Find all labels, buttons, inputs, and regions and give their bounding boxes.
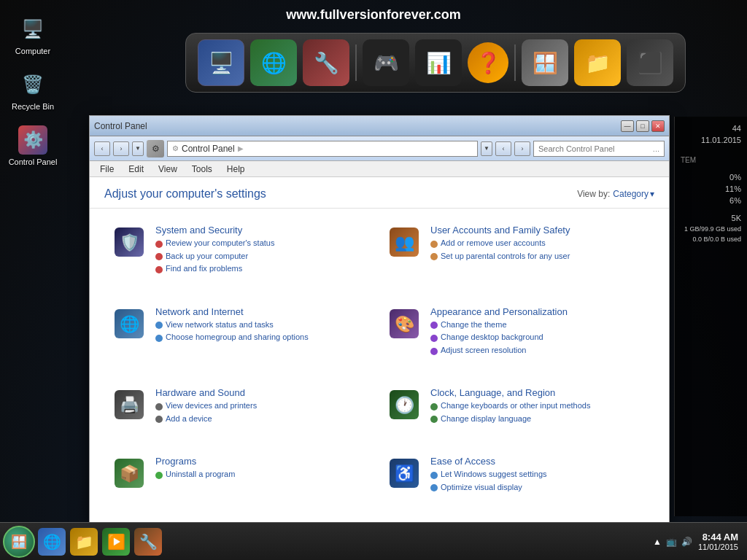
hardware-sound-links: View devices and printersAdd a device bbox=[155, 400, 372, 425]
category-programs[interactable]: 📦ProgramsUninstall a program bbox=[104, 447, 379, 516]
settings-header: Adjust your computer's settings View by:… bbox=[90, 177, 669, 209]
network-internet-bullet-icon bbox=[155, 335, 163, 342]
menu-edit[interactable]: Edit bbox=[123, 163, 150, 176]
hardware-sound-icon: 🖨️ bbox=[112, 387, 147, 422]
maximize-button[interactable]: □ bbox=[636, 120, 649, 132]
dock-dark[interactable]: ⬛ bbox=[627, 39, 673, 86]
category-ease-of-access[interactable]: ♿Ease of AccessLet Windows suggest setti… bbox=[379, 447, 654, 516]
network-internet-link[interactable]: View network status and tasks bbox=[155, 319, 372, 332]
control-panel-label: Control Panel bbox=[9, 158, 58, 166]
desktop-icon-control-panel[interactable]: ⚙️ Control Panel bbox=[7, 125, 58, 166]
clock-language-link[interactable]: Change keyboards or other input methods bbox=[430, 400, 647, 413]
clock[interactable]: 8:44 AM 11/01/2015 bbox=[698, 532, 738, 551]
forward-button[interactable]: › bbox=[113, 141, 129, 156]
svg-text:🕐: 🕐 bbox=[395, 395, 415, 415]
taskbar-tools-icon[interactable]: 🔧 bbox=[134, 528, 162, 556]
appearance-link[interactable]: Change the theme bbox=[430, 319, 647, 332]
appearance-link[interactable]: Change desktop background bbox=[430, 331, 647, 344]
ease-of-access-link[interactable]: Optimize visual display bbox=[430, 481, 647, 494]
category-network-internet[interactable]: 🌐Network and InternetView network status… bbox=[104, 298, 379, 379]
desktop-icon-recycle-bin[interactable]: 🗑️ Recycle Bin bbox=[7, 70, 58, 111]
nav-prev-btn[interactable]: ‹ bbox=[495, 141, 511, 156]
dock-monitor[interactable]: 🖥️ bbox=[198, 39, 244, 86]
user-accounts-link[interactable]: Add or remove user accounts bbox=[430, 237, 647, 250]
taskbar-media-icon[interactable]: ▶️ bbox=[102, 528, 130, 556]
network-internet-link[interactable]: Choose homegroup and sharing options bbox=[155, 331, 372, 344]
desktop-icon-computer[interactable]: 🖥️ Computer bbox=[7, 15, 58, 55]
dock-tools[interactable]: 🔧 bbox=[303, 39, 349, 86]
hardware-sound-link-text: View devices and printers bbox=[166, 400, 257, 413]
ease-of-access-bullet-icon bbox=[430, 484, 438, 491]
hardware-sound-title[interactable]: Hardware and Sound bbox=[155, 387, 372, 398]
programs-bullet-icon bbox=[155, 472, 163, 479]
address-bar[interactable]: ⚙ Control Panel ▶ bbox=[167, 141, 478, 157]
rp-net: 0.0 B/0.0 B used bbox=[681, 236, 741, 243]
clock-language-title[interactable]: Clock, Language, and Region bbox=[430, 387, 647, 398]
search-bar[interactable]: ... bbox=[533, 141, 665, 157]
system-security-link[interactable]: Find and fix problems bbox=[155, 262, 372, 276]
search-btn[interactable]: ... bbox=[653, 144, 659, 153]
taskbar-folder-icon[interactable]: 📁 bbox=[70, 528, 98, 556]
system-security-link-text: Find and fix problems bbox=[166, 262, 242, 276]
nav-next-btn[interactable]: › bbox=[514, 141, 530, 156]
back-button[interactable]: ‹ bbox=[94, 141, 110, 156]
dock-folder[interactable]: 📁 bbox=[574, 39, 621, 86]
category-hardware-sound[interactable]: 🖨️Hardware and SoundView devices and pri… bbox=[104, 378, 379, 447]
hardware-sound-link[interactable]: Add a device bbox=[155, 413, 372, 426]
user-accounts-link[interactable]: Set up parental controls for any user bbox=[430, 250, 647, 263]
category-system-security[interactable]: 🛡️System and SecurityReview your compute… bbox=[104, 216, 379, 298]
ease-of-access-link[interactable]: Let Windows suggest settings bbox=[430, 468, 647, 481]
settings-title: Adjust your computer's settings bbox=[104, 187, 266, 201]
network-internet-title[interactable]: Network and Internet bbox=[155, 306, 372, 317]
menu-file[interactable]: File bbox=[94, 163, 120, 176]
close-button[interactable]: ✕ bbox=[651, 120, 665, 132]
appearance-title[interactable]: Appearance and Personalization bbox=[430, 306, 647, 317]
address-arrow-icon: ▶ bbox=[238, 144, 244, 152]
nav-dropdown-button[interactable]: ▼ bbox=[132, 141, 144, 156]
start-button[interactable]: 🪟 bbox=[3, 526, 35, 558]
hardware-sound-link[interactable]: View devices and printers bbox=[155, 400, 372, 413]
dock-pie[interactable]: 📊 bbox=[415, 39, 462, 86]
search-input[interactable] bbox=[538, 144, 650, 153]
category-appearance[interactable]: 🎨Appearance and PersonalizationChange th… bbox=[379, 298, 654, 379]
taskbar: 🪟 🌐 📁 ▶️ 🔧 ▲ 📺 🔊 8:44 AM 11/01/2015 bbox=[0, 522, 747, 560]
dock-windows[interactable]: 🪟 bbox=[522, 39, 568, 86]
system-security-link[interactable]: Review your computer's status bbox=[155, 237, 372, 250]
address-text: Control Panel bbox=[182, 144, 235, 154]
system-security-title[interactable]: System and Security bbox=[155, 225, 372, 236]
appearance-link-text: Change desktop background bbox=[441, 331, 543, 344]
taskbar-ie-icon[interactable]: 🌐 bbox=[38, 528, 66, 556]
menu-help[interactable]: Help bbox=[221, 163, 251, 176]
category-clock-language[interactable]: 🕐Clock, Language, and RegionChange keybo… bbox=[379, 378, 654, 447]
clock-language-link[interactable]: Change display language bbox=[430, 413, 647, 426]
tray-monitor-icon: 📺 bbox=[666, 537, 677, 547]
programs-title[interactable]: Programs bbox=[155, 456, 372, 467]
hardware-sound-bullet-icon bbox=[155, 416, 163, 423]
user-accounts-link-text: Set up parental controls for any user bbox=[441, 250, 570, 263]
dock-gamepad[interactable]: 🎮 bbox=[363, 39, 409, 86]
dock-globe[interactable]: 🌐 bbox=[250, 39, 297, 86]
desktop: www.fullversionforever.com 🖥️ Computer 🗑… bbox=[0, 0, 747, 560]
clock-language-bullet-icon bbox=[430, 403, 438, 411]
view-by-arrow-icon: ▾ bbox=[650, 189, 654, 199]
watermark: www.fullversionforever.com bbox=[286, 7, 460, 23]
system-security-icon: 🛡️ bbox=[112, 225, 147, 260]
programs-link[interactable]: Uninstall a program bbox=[155, 468, 372, 481]
menu-view[interactable]: View bbox=[152, 163, 183, 176]
system-security-bullet-icon bbox=[155, 241, 163, 248]
network-internet-link-text: View network status and tasks bbox=[166, 319, 274, 332]
view-by-value: Category bbox=[613, 189, 649, 199]
system-security-link-text: Review your computer's status bbox=[166, 237, 274, 250]
minimize-button[interactable]: — bbox=[621, 120, 634, 132]
user-accounts-title[interactable]: User Accounts and Family Safety bbox=[430, 225, 647, 236]
system-security-link-text: Back up your computer bbox=[166, 250, 248, 263]
ease-of-access-title[interactable]: Ease of Access bbox=[430, 456, 647, 467]
menu-tools[interactable]: Tools bbox=[186, 163, 218, 176]
address-dropdown[interactable]: ▼ bbox=[481, 141, 492, 156]
clock-language-icon: 🕐 bbox=[387, 387, 422, 422]
appearance-link[interactable]: Adjust screen resolution bbox=[430, 344, 647, 357]
view-by-dropdown[interactable]: Category ▾ bbox=[613, 189, 654, 199]
system-security-link[interactable]: Back up your computer bbox=[155, 250, 372, 263]
dock-help[interactable]: ❓ bbox=[468, 42, 508, 83]
category-user-accounts[interactable]: 👥User Accounts and Family SafetyAdd or r… bbox=[379, 216, 654, 298]
